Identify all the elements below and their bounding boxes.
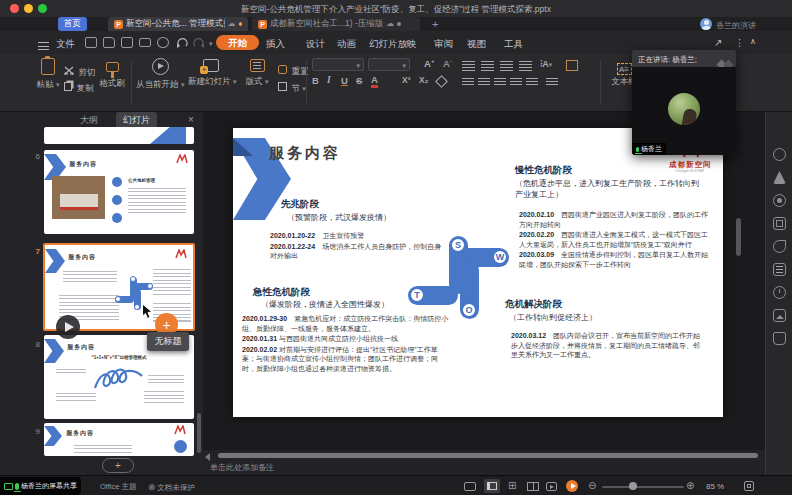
zoom-in-icon[interactable]: ⊕ bbox=[686, 480, 694, 491]
play-from-current-button[interactable]: 从当前开始 ▾ bbox=[136, 58, 184, 91]
document-protection-status[interactable]: ⊗ 文档未保护 bbox=[148, 482, 195, 493]
ribbon-tab-tools[interactable]: 工具 bbox=[504, 38, 523, 51]
increase-font-icon[interactable]: A+ bbox=[424, 58, 434, 69]
slide-thumbnail-9[interactable]: 服务内容 bbox=[44, 423, 194, 456]
format-painter-button[interactable]: 格式刷 bbox=[96, 58, 128, 90]
fit-to-window-icon[interactable] bbox=[744, 481, 754, 491]
align-justify-icon[interactable] bbox=[510, 78, 522, 87]
panel-scrollbar[interactable] bbox=[197, 413, 201, 453]
notes-collapse-icon[interactable] bbox=[205, 453, 210, 461]
slide-thumbnail-6[interactable]: 服务内容 公共危机管理 bbox=[44, 150, 194, 234]
new-slide-button[interactable]: + 新建幻灯片 ▾ bbox=[188, 58, 234, 88]
panel-tab-outline[interactable]: 大纲 bbox=[80, 114, 98, 127]
resource-box-icon[interactable] bbox=[773, 332, 786, 345]
zoom-out-icon[interactable]: ⊖ bbox=[588, 480, 596, 491]
meeting-overlay[interactable]: 正在讲话: 杨香兰; 杨香兰 bbox=[632, 50, 736, 155]
align-center-icon[interactable] bbox=[478, 78, 490, 87]
design-tools-icon[interactable] bbox=[773, 171, 786, 184]
share-icon[interactable]: ↗ bbox=[714, 37, 722, 48]
participant-video[interactable]: 杨香兰 bbox=[632, 67, 736, 155]
align-right-icon[interactable] bbox=[494, 78, 506, 87]
reset-button[interactable]: 重置 bbox=[278, 60, 308, 78]
slideshow-play-button[interactable] bbox=[566, 480, 578, 492]
image-library-icon[interactable] bbox=[773, 309, 786, 322]
view-normal-button[interactable] bbox=[484, 479, 500, 493]
notes-toggle-icon[interactable] bbox=[464, 482, 476, 491]
subscript-button[interactable]: X₂ bbox=[419, 75, 428, 85]
copy-button[interactable]: 复制 bbox=[64, 77, 93, 95]
increase-indent-icon[interactable] bbox=[519, 61, 532, 71]
ribbon-tab-review[interactable]: 审阅 bbox=[434, 38, 453, 51]
text-direction-icon[interactable]: ⫶A▾ bbox=[540, 59, 552, 70]
hamburger-menu-icon[interactable] bbox=[38, 42, 49, 43]
line-spacing-icon[interactable] bbox=[526, 78, 538, 87]
tab-document-2[interactable]: P 成都新空间社会工...1) -压缩版 ☁ bbox=[252, 17, 420, 31]
view-slide-sorter-icon[interactable]: ⊞ bbox=[508, 481, 516, 491]
save-icon[interactable] bbox=[103, 37, 115, 48]
flower-asset-icon[interactable] bbox=[773, 240, 786, 253]
text-columns-icon[interactable] bbox=[566, 60, 578, 71]
font-name-select[interactable]: ▾ bbox=[312, 58, 364, 71]
align-left-icon[interactable] bbox=[462, 78, 474, 87]
redo-icon[interactable] bbox=[193, 38, 205, 48]
gallery-icon[interactable] bbox=[773, 217, 786, 230]
decrease-font-icon[interactable]: A- bbox=[443, 58, 452, 69]
strikethrough-button[interactable]: S bbox=[356, 75, 362, 86]
italic-button[interactable]: I bbox=[327, 75, 331, 85]
collapse-ribbon-icon[interactable]: ∧ bbox=[750, 37, 756, 46]
menu-file[interactable]: 文件 bbox=[56, 38, 75, 51]
ribbon-tab-view[interactable]: 视图 bbox=[467, 38, 486, 51]
thumbnail-play-button[interactable] bbox=[56, 315, 80, 339]
settings-sliders-icon[interactable] bbox=[773, 263, 786, 276]
layout-button[interactable]: 版式 ▾ bbox=[240, 58, 274, 88]
slide-thumbnail-partial[interactable] bbox=[44, 127, 194, 144]
tab-home[interactable]: 首页 bbox=[58, 17, 87, 31]
clear-format-icon[interactable] bbox=[435, 75, 448, 88]
zoom-slider-track[interactable] bbox=[602, 486, 684, 488]
tab-document-1[interactable]: P 新空间-公共危... 管理模式探索 ☁ bbox=[108, 17, 248, 31]
undo-icon[interactable] bbox=[176, 38, 188, 48]
account-name[interactable]: 香兰的演讲 bbox=[716, 20, 756, 31]
more-options-icon[interactable]: ⋮ bbox=[735, 37, 745, 48]
ribbon-tab-start[interactable]: 开始 bbox=[216, 35, 259, 50]
ribbon-tab-animation[interactable]: 动画 bbox=[337, 38, 356, 51]
add-slide-button[interactable]: + bbox=[102, 458, 134, 473]
new-tab-button[interactable]: + bbox=[426, 17, 444, 31]
zoom-slider-knob[interactable] bbox=[629, 482, 637, 490]
panel-close-icon[interactable]: × bbox=[188, 114, 194, 125]
screen-share-indicator[interactable]: 杨香兰的屏幕共享 bbox=[0, 477, 81, 495]
zoom-level[interactable]: 85 % bbox=[706, 482, 724, 491]
paste-button[interactable]: 粘贴 ▾ bbox=[33, 58, 63, 91]
history-clock-icon[interactable] bbox=[773, 286, 786, 299]
notes-pane[interactable]: 单击此处添加备注 bbox=[203, 450, 765, 475]
toolbar-options-chevron-icon[interactable]: ▾ bbox=[209, 40, 213, 48]
print-preview-icon[interactable] bbox=[157, 37, 169, 48]
font-color-button[interactable]: A bbox=[371, 75, 378, 88]
ribbon-tab-design[interactable]: 设计 bbox=[306, 38, 325, 51]
ribbon-tab-insert[interactable]: 插入 bbox=[266, 38, 285, 51]
numbered-list-icon[interactable] bbox=[481, 61, 494, 71]
bold-button[interactable]: B bbox=[312, 75, 319, 86]
open-icon[interactable] bbox=[85, 37, 97, 48]
paragraph-spacing-icon[interactable] bbox=[546, 78, 558, 87]
print-icon[interactable] bbox=[139, 38, 151, 47]
font-size-select[interactable]: ▾ bbox=[368, 58, 410, 71]
smart-features-icon[interactable] bbox=[773, 194, 786, 207]
account-avatar[interactable] bbox=[700, 18, 712, 30]
section-button[interactable]: 节 ▾ bbox=[278, 77, 306, 95]
theme-label[interactable]: Office 主题 bbox=[100, 482, 137, 492]
play-settings-icon[interactable] bbox=[546, 482, 557, 491]
decrease-indent-icon[interactable] bbox=[500, 61, 513, 71]
ribbon-tab-slideshow[interactable]: 幻灯片放映 bbox=[369, 38, 417, 51]
underline-button[interactable]: U bbox=[341, 75, 348, 86]
assistant-icon[interactable] bbox=[773, 148, 786, 161]
editor-vertical-scrollbar[interactable] bbox=[736, 218, 741, 256]
view-reading-icon[interactable] bbox=[527, 482, 539, 491]
bullet-list-icon[interactable] bbox=[462, 61, 475, 71]
slide-canvas[interactable]: 服务内容 成都新空间 Chengdu·N·ZONE 先兆阶段 （预警阶段，武汉爆… bbox=[233, 128, 723, 417]
notes-placeholder[interactable]: 单击此处添加备注 bbox=[210, 462, 274, 473]
export-icon[interactable] bbox=[121, 37, 133, 48]
meeting-overlay-header[interactable]: 正在讲话: 杨香兰; bbox=[632, 50, 736, 67]
superscript-button[interactable]: X² bbox=[402, 75, 411, 85]
editor-horizontal-scrollbar[interactable] bbox=[218, 453, 758, 458]
